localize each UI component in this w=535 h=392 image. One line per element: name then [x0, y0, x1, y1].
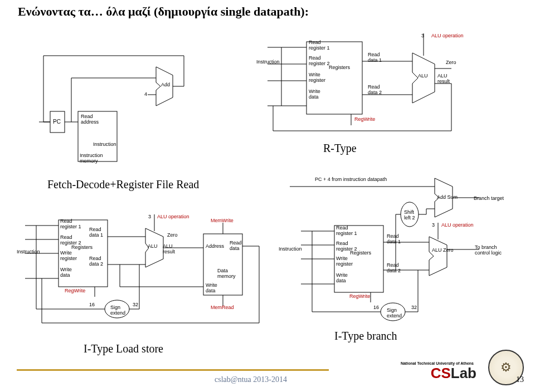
memread: MemRead: [211, 305, 234, 311]
zero-2: Zero: [167, 233, 178, 238]
regwrite-1: RegWrite: [354, 117, 375, 122]
svg-marker-12: [429, 237, 447, 276]
datamem: Data memory: [217, 268, 236, 280]
wr-2: Write register: [60, 251, 77, 262]
fetch-section-label: Fetch-Decode+Register File Read: [47, 178, 199, 191]
rr1-3: Read register 1: [336, 226, 357, 237]
addsum-label: Add Sum: [437, 195, 458, 200]
logo-s: Lab: [451, 365, 476, 381]
wr-3: Write register: [336, 256, 353, 267]
load-section-label: I-Type Load store: [84, 342, 163, 355]
three-1: 3: [421, 33, 424, 39]
tobranch-label: To branch control logic: [475, 245, 502, 256]
sixteen-2: 16: [373, 305, 379, 311]
pc-label: PC: [53, 119, 61, 125]
rdata: Read data: [230, 241, 242, 252]
wr-1: Write register: [309, 72, 325, 84]
regwrite-2: RegWrite: [65, 288, 85, 294]
footer-divider: [17, 369, 329, 371]
three-2: 3: [148, 214, 151, 220]
regs-3: Registers: [350, 251, 371, 256]
aluop-3: ALU operation: [441, 223, 474, 228]
alu-1: ALU: [418, 74, 428, 79]
rtype-section-label: R-Type: [323, 142, 357, 155]
regs-1: Registers: [329, 65, 350, 71]
signext-1: Sign extend: [110, 305, 125, 316]
rr1-1: Read register 1: [309, 40, 330, 51]
wd-1: Write data: [309, 89, 320, 100]
shift-label: Shift left 2: [404, 210, 415, 221]
sixteen-1: 16: [89, 302, 95, 308]
fetch-diagram: [39, 56, 201, 167]
thirtytwo-1: 32: [133, 302, 138, 308]
branchtgt-label: Branch target: [474, 196, 504, 202]
cslab-logo: CSLab: [431, 365, 476, 382]
instruction-out-label: Instruction: [93, 142, 116, 148]
logo-c: CS: [431, 365, 451, 381]
instr-3: Instruction: [279, 247, 302, 252]
rd2-1: Read data 2: [368, 85, 382, 96]
read-addr-label: Read address: [81, 114, 99, 125]
instruction-memory-label: Instruction memory: [80, 153, 103, 164]
instr-2: Instruction: [17, 249, 40, 255]
footer-course: cslab@ntua 2013-2014: [215, 375, 287, 384]
branch-section-label: I-Type branch: [334, 330, 397, 342]
aluop-2: ALU operation: [157, 214, 189, 220]
four-label: 4: [144, 92, 147, 97]
wd-mem: Write data: [206, 283, 217, 294]
memwrite: MemWrite: [211, 218, 234, 224]
thirtytwo-2: 32: [411, 305, 417, 311]
alures-1: ALU result: [437, 74, 450, 85]
three-3: 3: [432, 223, 435, 228]
aluop-1: ALU operation: [431, 33, 464, 39]
alu-2: ALU: [148, 244, 158, 249]
aluzero: ALU Zero: [432, 248, 454, 253]
rd2-3: Read data 2: [387, 263, 401, 274]
zero-1: Zero: [446, 60, 456, 66]
pc4-label: PC + 4 from instruction datapath: [315, 177, 387, 183]
page-title: Ενώνοντας τα… όλα μαζί (δημιουργία singl…: [18, 4, 309, 19]
rd1-1: Read data 1: [368, 52, 382, 63]
add-label-1: Add: [161, 82, 170, 88]
wd-3: Write data: [336, 273, 348, 284]
addr: Address: [206, 244, 224, 249]
rd1-2: Read data 1: [89, 227, 103, 238]
rr2-1: Read register 2: [309, 56, 330, 67]
rd1-3: Read data 1: [387, 234, 401, 245]
page-number: 13: [516, 375, 524, 384]
instruction-in-label: Instruction: [256, 60, 280, 65]
rd2-2: Read data 2: [89, 256, 103, 267]
regwrite-3: RegWrite: [349, 294, 370, 300]
alures-2: ALU result: [163, 244, 175, 255]
wd-2: Write data: [60, 267, 72, 278]
regs-2: Registers: [71, 245, 93, 251]
rr1-2: Read register 1: [60, 219, 81, 230]
signext-2: Sign extend: [387, 308, 402, 319]
